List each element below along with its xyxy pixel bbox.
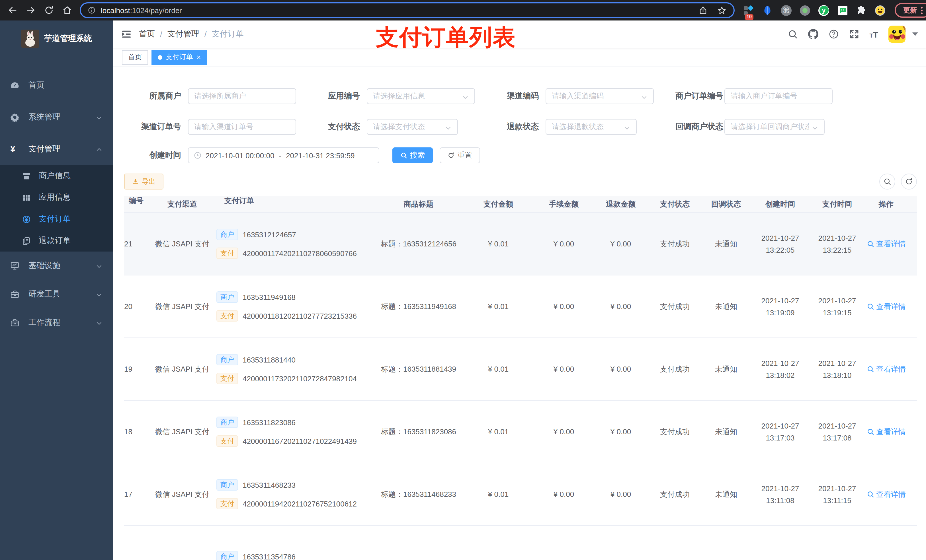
pay-time: 2021-10-2713:11:15	[809, 463, 865, 525]
merchant-tag: 商户	[216, 417, 238, 428]
grid-icon	[22, 193, 31, 202]
search-button[interactable]: 搜索	[392, 147, 433, 163]
tab-pay-order[interactable]: 支付订单 ×	[151, 50, 207, 65]
forward-icon[interactable]	[25, 5, 36, 16]
url-bar[interactable]: localhost:1024/pay/order	[80, 2, 735, 18]
yen-icon: ¥	[10, 145, 20, 154]
reload-icon[interactable]	[43, 5, 54, 16]
channel-order-no: 4200001173202110272847982104	[243, 374, 357, 383]
filter-label-notify-status: 回调商户状态	[675, 122, 725, 132]
toggle-search-button[interactable]	[879, 174, 895, 190]
notify-status: 未通知	[701, 275, 752, 338]
browser-extensions: 10 ⌘ y 更新	[743, 3, 926, 18]
sidebar-item-payment[interactable]: ¥ 支付管理	[0, 133, 113, 165]
briefcase-icon	[10, 318, 20, 327]
sidebar-menu: 首页 系统管理 ¥ 支付管理 商户信息	[0, 69, 113, 337]
avatar[interactable]	[888, 26, 905, 43]
app-select[interactable]: 请选择应用信息	[367, 88, 475, 104]
refresh-button[interactable]	[901, 174, 917, 190]
sidebar-item-pay-order[interactable]: 支付订单	[0, 208, 113, 230]
merchant-order-no-input[interactable]: 请输入商户订单编号	[725, 88, 832, 104]
pay-status: 支付成功	[649, 213, 701, 275]
sidebar-item-system[interactable]: 系统管理	[0, 101, 113, 133]
sidebar-fold-icon[interactable]	[121, 29, 132, 40]
fullscreen-icon[interactable]	[849, 29, 859, 39]
page-annotation: 支付订单列表	[376, 22, 516, 53]
browser-menu-icon[interactable]	[921, 6, 923, 14]
col-amount: 支付金额	[461, 196, 535, 212]
create-time: 2021-10-2713:22:05	[752, 213, 809, 275]
view-detail-link[interactable]: 查看详情	[867, 239, 906, 249]
sidebar-item-refund-order[interactable]: 退款订单	[0, 230, 113, 252]
sidebar-item-home[interactable]: 首页	[0, 69, 113, 101]
create-time-range-picker[interactable]: 2021-10-01 00:00:00 - 2021-10-31 23:59:5…	[188, 147, 379, 163]
help-icon[interactable]	[828, 29, 838, 39]
col-notify: 回调状态	[701, 196, 752, 212]
view-detail-link[interactable]: 查看详情	[867, 301, 906, 312]
create-time: 2021-10-2713:18:02	[752, 338, 809, 400]
pay-tag: 支付	[216, 373, 238, 384]
pay-time: 2021-10-2713:17:08	[809, 401, 865, 463]
merchant-order-no: 1635311881440	[243, 355, 295, 364]
extension-emoji-icon[interactable]	[875, 5, 885, 16]
search-icon	[867, 491, 874, 498]
filter-label-refund-status: 退款状态	[500, 122, 546, 132]
product-title: 标题：1635311949168	[376, 275, 461, 338]
extension-chat-icon[interactable]	[837, 5, 848, 16]
home-icon[interactable]	[62, 5, 73, 16]
extension-command-icon[interactable]: ⌘	[781, 5, 791, 16]
toolbox-icon	[10, 290, 20, 299]
fontsize-icon[interactable]: TT	[869, 30, 878, 38]
merchant-order-no: 1635311823086	[243, 418, 295, 427]
share-icon[interactable]	[698, 5, 708, 15]
github-icon[interactable]	[808, 29, 818, 39]
pay-order-cell: 商户 1635311823086 支付 42000011672021102710…	[216, 401, 376, 463]
refund-status-select[interactable]: 请选择退款状态	[546, 119, 637, 135]
clock-icon	[194, 151, 201, 159]
reset-button[interactable]: 重置	[440, 147, 480, 163]
close-icon[interactable]: ×	[197, 53, 201, 61]
view-detail-link[interactable]: 查看详情	[867, 489, 906, 500]
export-button[interactable]: 导出	[124, 174, 163, 190]
sidebar-item-workflow[interactable]: 工作流程	[0, 308, 113, 337]
notify-status: 未通知	[701, 401, 752, 463]
view-detail-link[interactable]: 查看详情	[867, 364, 906, 374]
breadcrumb-home[interactable]: 首页	[139, 29, 155, 39]
merchant-input[interactable]: 请选择所属商户	[188, 88, 296, 104]
refund-amount: ¥ 0.00	[592, 401, 649, 463]
channel-order-no: 4200001194202110276752100612	[243, 500, 357, 508]
sidebar-item-infrastructure[interactable]: 基础设施	[0, 252, 113, 280]
extension-recorder-icon[interactable]	[800, 5, 810, 16]
pay-order-cell: 商户 1635311881440 支付 42000011732021102728…	[216, 338, 376, 400]
browser-update-button[interactable]: 更新	[895, 3, 926, 18]
back-icon[interactable]	[7, 5, 18, 16]
info-icon[interactable]	[88, 6, 96, 14]
sidebar-item-merchant-info[interactable]: 商户信息	[0, 165, 113, 187]
sidebar-logo[interactable]: 芋道管理系统	[0, 21, 113, 53]
channel-code-select[interactable]: 请输入渠道编码	[546, 88, 654, 104]
notify-status-select[interactable]: 请选择订单回调商户状态	[725, 119, 825, 135]
breadcrumb-payment[interactable]: 支付管理	[168, 29, 199, 39]
yen-circle-icon	[22, 215, 31, 223]
sidebar-item-dev-tools[interactable]: 研发工具	[0, 280, 113, 308]
view-detail-link[interactable]: 查看详情	[867, 427, 906, 437]
caret-down-icon[interactable]	[912, 32, 918, 36]
sidebar-item-app-info[interactable]: 应用信息	[0, 187, 113, 208]
extension-badge: 10	[745, 14, 754, 20]
channel-order-no-input[interactable]: 请输入渠道订单号	[188, 119, 296, 135]
col-pay-time: 支付时间	[809, 196, 865, 212]
pay-status: 支付成功	[649, 401, 701, 463]
sidebar-item-label: 支付订单	[39, 214, 71, 224]
actions-cell: 查看详情	[865, 401, 906, 463]
extension-yudao-icon[interactable]: y	[819, 5, 829, 16]
pay-status-select[interactable]: 请选择支付状态	[367, 119, 458, 135]
extensions-puzzle-icon[interactable]	[856, 5, 867, 16]
create-time: 2021-10-2713:11:08	[752, 463, 809, 525]
search-icon[interactable]	[787, 29, 797, 39]
tab-home[interactable]: 首页	[122, 50, 148, 65]
sidebar-item-label: 研发工具	[29, 289, 61, 299]
extension-balloon-icon[interactable]	[762, 5, 773, 16]
star-icon[interactable]	[717, 5, 727, 15]
extension-diamond-icon[interactable]: 10	[743, 5, 754, 16]
pay-channel: 微信 JSAPI 支付	[148, 275, 216, 338]
